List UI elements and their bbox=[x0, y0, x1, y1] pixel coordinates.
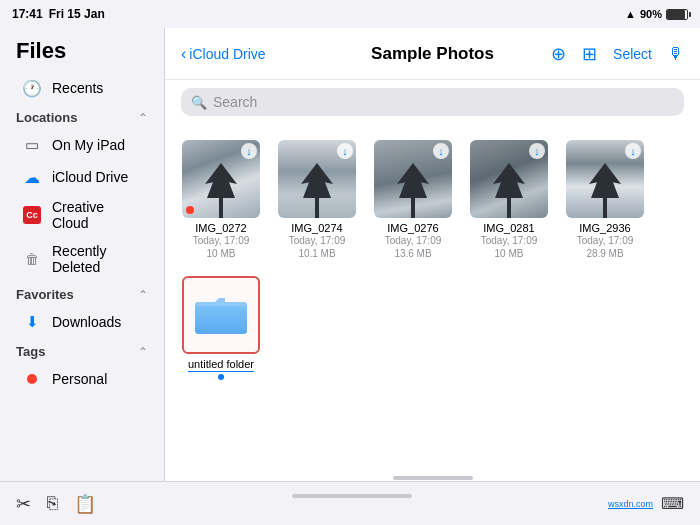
file-meta-img0272: Today, 17:0910 MB bbox=[193, 234, 250, 260]
battery-icon bbox=[666, 9, 688, 20]
scroll-indicator-wrap bbox=[165, 475, 700, 481]
new-folder-thumbnail bbox=[182, 276, 260, 354]
main-container: Files 🕐 Recents Locations ⌃ ▭ On My iPad… bbox=[0, 28, 700, 481]
trash-icon: 🗑 bbox=[22, 249, 42, 269]
personal-label: Personal bbox=[52, 371, 107, 387]
status-day: Fri 15 Jan bbox=[49, 7, 105, 21]
icloud-badge: ↓ bbox=[625, 143, 641, 159]
creative-cloud-icon: Cc bbox=[22, 205, 42, 225]
file-name-img0272: IMG_0272 bbox=[195, 222, 246, 234]
sidebar-item-downloads[interactable]: ⬇ Downloads bbox=[6, 306, 158, 338]
tags-section-header[interactable]: Tags ⌃ bbox=[0, 338, 164, 363]
content-title: Sample Photos bbox=[371, 44, 494, 64]
icloud-badge: ↓ bbox=[241, 143, 257, 159]
favorites-chevron: ⌃ bbox=[138, 288, 148, 302]
sidebar-item-recently-deleted[interactable]: 🗑 Recently Deleted bbox=[6, 237, 158, 281]
paste-icon[interactable]: 📋 bbox=[74, 493, 96, 515]
favorites-section-header[interactable]: Favorites ⌃ bbox=[0, 281, 164, 306]
file-item-img0281[interactable]: ↓ IMG_0281 Today, 17:0910 MB bbox=[469, 140, 549, 260]
copy-icon[interactable]: ⎘ bbox=[47, 493, 58, 514]
sidebar-title: Files bbox=[0, 28, 164, 72]
scroll-indicator bbox=[393, 476, 473, 480]
status-bar: 17:41 Fri 15 Jan ▲ 90% bbox=[0, 0, 700, 28]
recently-deleted-label: Recently Deleted bbox=[52, 243, 142, 275]
folder-svg-icon bbox=[195, 294, 247, 336]
file-meta-img0276: Today, 17:0913.6 MB bbox=[385, 234, 442, 260]
back-label: iCloud Drive bbox=[189, 46, 265, 62]
sidebar-item-on-my-ipad[interactable]: ▭ On My iPad bbox=[6, 129, 158, 161]
favorites-label: Favorites bbox=[16, 287, 74, 302]
file-thumbnail-img0276: ↓ bbox=[374, 140, 452, 218]
header-left: ‹ iCloud Drive bbox=[181, 45, 266, 63]
bottom-toolbar: ✂ ⎘ 📋 wsxdn.com ⌨ bbox=[0, 481, 700, 525]
tags-chevron: ⌃ bbox=[138, 345, 148, 359]
locations-section-header[interactable]: Locations ⌃ bbox=[0, 104, 164, 129]
home-bar bbox=[292, 494, 412, 498]
status-time: 17:41 bbox=[12, 7, 43, 21]
grid-view-button[interactable]: ⊞ bbox=[582, 43, 597, 65]
svg-rect-1 bbox=[195, 302, 247, 334]
select-button[interactable]: Select bbox=[613, 46, 652, 62]
tags-label: Tags bbox=[16, 344, 45, 359]
sidebar-item-recents[interactable]: 🕐 Recents bbox=[6, 72, 158, 104]
folder-cursor-dot bbox=[218, 374, 224, 380]
file-item-img0274[interactable]: ↓ IMG_0274 Today, 17:0910.1 MB bbox=[277, 140, 357, 260]
new-folder-item[interactable]: untitled folder bbox=[181, 276, 261, 380]
file-item-img0276[interactable]: ↓ IMG_0276 Today, 17:0913.6 MB bbox=[373, 140, 453, 260]
file-meta-img0281: Today, 17:0910 MB bbox=[481, 234, 538, 260]
file-thumbnail-img2936: ↓ bbox=[566, 140, 644, 218]
toolbar-icons: ✂ ⎘ 📋 bbox=[16, 493, 96, 515]
sidebar-item-personal[interactable]: Personal bbox=[6, 363, 158, 395]
file-name-img0281: IMG_0281 bbox=[483, 222, 534, 234]
content-header: ‹ iCloud Drive Sample Photos ⊕ ⊞ Select … bbox=[165, 28, 700, 80]
recents-label: Recents bbox=[52, 80, 103, 96]
personal-tag-icon bbox=[22, 369, 42, 389]
back-button[interactable]: ‹ iCloud Drive bbox=[181, 45, 266, 63]
file-item-img2936[interactable]: ↓ IMG_2936 Today, 17:0928.9 MB bbox=[565, 140, 645, 260]
icloud-drive-label: iCloud Drive bbox=[52, 169, 128, 185]
file-name-img2936: IMG_2936 bbox=[579, 222, 630, 234]
downloads-icon: ⬇ bbox=[22, 312, 42, 332]
search-input-wrap[interactable]: 🔍 Search bbox=[181, 88, 684, 116]
icloud-drive-icon: ☁ bbox=[22, 167, 42, 187]
recents-icon: 🕐 bbox=[22, 78, 42, 98]
sidebar-item-icloud-drive[interactable]: ☁ iCloud Drive bbox=[6, 161, 158, 193]
header-right: ⊕ ⊞ Select 🎙 bbox=[551, 43, 684, 65]
file-thumbnail-img0274: ↓ bbox=[278, 140, 356, 218]
keyboard-icon[interactable]: ⌨ bbox=[661, 494, 684, 513]
file-thumbnail-img0281: ↓ bbox=[470, 140, 548, 218]
icloud-badge: ↓ bbox=[529, 143, 545, 159]
file-meta-img0274: Today, 17:0910.1 MB bbox=[289, 234, 346, 260]
wifi-icon: ▲ bbox=[625, 8, 636, 20]
wsxdn-logo: wsxdn.com bbox=[608, 499, 653, 509]
downloads-label: Downloads bbox=[52, 314, 121, 330]
ipad-icon: ▭ bbox=[22, 135, 42, 155]
creative-cloud-label: Creative Cloud bbox=[52, 199, 142, 231]
locations-chevron: ⌃ bbox=[138, 111, 148, 125]
file-thumbnail-img0272: ↓ bbox=[182, 140, 260, 218]
sidebar: Files 🕐 Recents Locations ⌃ ▭ On My iPad… bbox=[0, 28, 165, 481]
battery-percent: 90% bbox=[640, 8, 662, 20]
search-bar: 🔍 Search bbox=[165, 80, 700, 124]
content-area: ‹ iCloud Drive Sample Photos ⊕ ⊞ Select … bbox=[165, 28, 700, 481]
file-name-img0276: IMG_0276 bbox=[387, 222, 438, 234]
scissors-icon[interactable]: ✂ bbox=[16, 493, 31, 515]
icloud-badge: ↓ bbox=[433, 143, 449, 159]
file-meta-img2936: Today, 17:0928.9 MB bbox=[577, 234, 634, 260]
file-name-img0274: IMG_0274 bbox=[291, 222, 342, 234]
file-grid: ↓ IMG_0272 Today, 17:0910 MB ↓ IMG_0274 … bbox=[165, 124, 700, 475]
new-folder-button[interactable]: ⊕ bbox=[551, 43, 566, 65]
back-chevron-icon: ‹ bbox=[181, 45, 186, 63]
icloud-badge: ↓ bbox=[337, 143, 353, 159]
search-icon: 🔍 bbox=[191, 95, 207, 110]
file-item-img0272[interactable]: ↓ IMG_0272 Today, 17:0910 MB bbox=[181, 140, 261, 260]
on-my-ipad-label: On My iPad bbox=[52, 137, 125, 153]
mic-icon[interactable]: 🎙 bbox=[668, 45, 684, 63]
locations-label: Locations bbox=[16, 110, 77, 125]
search-input[interactable]: Search bbox=[213, 94, 257, 110]
red-dot-badge bbox=[186, 206, 194, 214]
new-folder-name[interactable]: untitled folder bbox=[188, 358, 254, 372]
sidebar-item-creative-cloud[interactable]: Cc Creative Cloud bbox=[6, 193, 158, 237]
